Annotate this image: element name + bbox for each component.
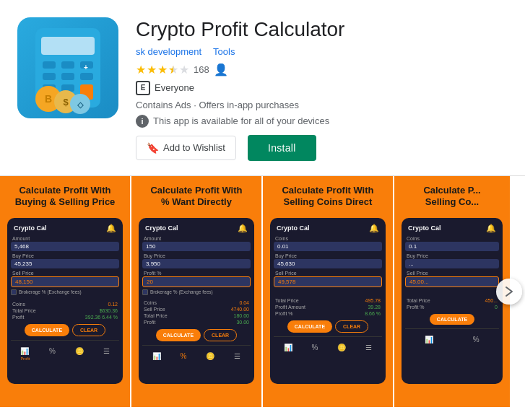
- devices-row: i This app is available for all of your …: [136, 115, 508, 128]
- screenshot-2-title: Calculate Profit With% Want Directly: [139, 185, 254, 211]
- app-logo-2: Crypto Cal: [145, 224, 178, 232]
- bell-icon-4: 🔔: [486, 224, 496, 233]
- result-4-profit: Profit % 0: [405, 305, 499, 310]
- phone-header-1: Crypto Cal 🔔: [11, 222, 119, 236]
- phone-mockup-2: Crypto Cal 🔔 Amount 150 Buy Price 3,950 …: [139, 218, 254, 384]
- result-2-total: Total Price 180.00: [142, 313, 251, 318]
- screenshots-section: Calculate Profit WithBuying & Selling Pr…: [0, 176, 525, 407]
- result-1-profit: Profit 392.36 6.44 %: [11, 315, 119, 320]
- svg-rect-5: [43, 73, 56, 80]
- calculate-btn-2[interactable]: CALCULATE: [156, 329, 201, 341]
- app-logo-4: Crypto Cal: [408, 224, 441, 232]
- btn-row-4: CALCULATE: [405, 314, 499, 325]
- screenshots-container: Calculate Profit WithBuying & Selling Pr…: [0, 176, 525, 407]
- phone-mockup-1: Crypto Cal 🔔 Amount 5,468 Buy Price 45,2…: [7, 218, 123, 384]
- field-2-3: Profit % 20: [142, 271, 251, 287]
- person-icon: 👤: [214, 63, 228, 76]
- field-2-2: Buy Price 3,950: [142, 253, 251, 268]
- star-2: ★: [147, 63, 157, 76]
- btn-row-3: CALCULATE CLEAR: [274, 320, 382, 333]
- result-3-total: Total Price 495.78: [274, 298, 382, 303]
- app-icon: + B $ ◇: [17, 17, 118, 118]
- screenshot-3: Calculate Profit WithSelling Coins Direc…: [263, 176, 394, 407]
- screenshots-wrapper: Calculate Profit WithBuying & Selling Pr…: [0, 176, 525, 407]
- field-4-2: Buy Price ...: [405, 253, 499, 268]
- result-3-profit-pct: Profit % 8.66 %: [274, 311, 382, 316]
- screenshot-4: Calculate P...Selling Co... Crypto Cal 🔔…: [394, 176, 510, 407]
- field-1-3: Sell Price 48,150: [11, 271, 119, 287]
- install-button[interactable]: Install: [248, 135, 316, 161]
- field-3-3: Sell Price 49,578: [274, 271, 382, 287]
- star-4: ★: [168, 63, 178, 76]
- app-meta-row: sk development Tools: [136, 46, 508, 57]
- phone-nav-1: 📊 Profit % 🪙 ☰: [11, 340, 119, 361]
- app-icon-wrapper: + B $ ◇: [17, 17, 118, 118]
- review-count: 168: [194, 64, 209, 75]
- bookmark-icon: 🔖: [147, 142, 159, 154]
- devices-text: This app is available for all of your de…: [153, 115, 329, 126]
- bell-icon-2: 🔔: [238, 224, 248, 233]
- screenshot-1-title: Calculate Profit WithBuying & Selling Pr…: [7, 185, 123, 211]
- svg-text:+: +: [84, 64, 88, 71]
- wishlist-button[interactable]: 🔖 Add to Wishlist: [136, 136, 236, 160]
- star-1: ★: [136, 63, 146, 76]
- phone-mockup-4: Crypto Cal 🔔 Coins 0.1 Buy Price ... Sel…: [402, 218, 503, 384]
- age-rating-row: E Everyone: [136, 81, 508, 95]
- clear-btn-1[interactable]: CLEAR: [72, 324, 105, 336]
- field-3-1: Coins 0.01: [274, 236, 382, 251]
- svg-rect-6: [61, 73, 74, 80]
- result-1-total: Total Price $630.36: [11, 308, 119, 313]
- phone-header-2: Crypto Cal 🔔: [142, 222, 251, 236]
- checkbox-2: Brokerage % (Exchange fees): [142, 289, 251, 295]
- screenshot-3-title: Calculate Profit WithSelling Coins Direc…: [270, 185, 386, 211]
- field-1-2: Buy Price 45,235: [11, 253, 119, 268]
- developer-link[interactable]: sk development: [136, 46, 201, 57]
- phone-header-3: Crypto Cal 🔔: [274, 222, 382, 236]
- phone-nav-4: 📊 %: [405, 328, 499, 345]
- svg-rect-1: [41, 37, 95, 55]
- svg-rect-7: [80, 73, 93, 80]
- category-link[interactable]: Tools: [213, 46, 235, 57]
- result-2-profit: Profit 30.00: [142, 320, 251, 325]
- result-1-coins: Coins 0.12: [11, 302, 119, 307]
- stars: ★ ★ ★ ★ ★: [136, 63, 189, 76]
- bell-icon-1: 🔔: [106, 224, 116, 233]
- star-5: ★: [179, 63, 189, 76]
- calculate-btn-1[interactable]: CALCULATE: [25, 324, 69, 336]
- svg-rect-2: [43, 61, 56, 69]
- field-1-1: Amount 5,468: [11, 236, 119, 251]
- result-2-sell: Sell Price 4740.00: [142, 307, 251, 312]
- svg-rect-3: [61, 61, 74, 69]
- checkbox-1: Brokerage % (Exchange fees): [11, 289, 119, 295]
- star-3: ★: [157, 63, 168, 76]
- app-logo-3: Crypto Cal: [277, 224, 310, 232]
- app-header: + B $ ◇ Crypto Profit Calculator sk deve…: [0, 0, 525, 176]
- age-text: Everyone: [155, 82, 194, 93]
- next-arrow-button[interactable]: [496, 279, 522, 305]
- rating-row: ★ ★ ★ ★ ★ 168 👤: [136, 63, 508, 76]
- bell-icon-3: 🔔: [369, 224, 379, 233]
- result-4-total: Total Price 450...: [405, 298, 499, 303]
- calculate-btn-4[interactable]: CALCULATE: [430, 314, 474, 325]
- action-row: 🔖 Add to Wishlist Install: [136, 135, 508, 161]
- ads-text: Contains Ads · Offers in-app purchases: [136, 100, 299, 110]
- clear-btn-2[interactable]: CLEAR: [204, 329, 237, 341]
- field-3-2: Buy Price 45,630: [274, 253, 382, 268]
- svg-text:B: B: [45, 93, 52, 105]
- btn-row-2: CALCULATE CLEAR: [142, 329, 251, 341]
- phone-mockup-3: Crypto Cal 🔔 Coins 0.01 Buy Price 45,630…: [270, 218, 386, 384]
- wishlist-label: Add to Wishlist: [163, 142, 225, 153]
- info-icon: i: [136, 115, 149, 128]
- clear-btn-3[interactable]: CLEAR: [335, 320, 368, 333]
- svg-text:◇: ◇: [77, 100, 84, 109]
- calculate-btn-3[interactable]: CALCULATE: [287, 320, 332, 333]
- screenshot-1: Calculate Profit WithBuying & Selling Pr…: [0, 176, 131, 407]
- btn-row-1: CALCULATE CLEAR: [11, 324, 119, 336]
- field-4-3: Sell Price 45,00...: [405, 271, 499, 287]
- phone-nav-3: 📊 % 🪙 ☰: [274, 336, 382, 353]
- screenshot-4-title: Calculate P...Selling Co...: [402, 185, 503, 211]
- result-2-coins: Coins 0.04: [142, 300, 251, 305]
- age-badge: E: [136, 81, 150, 95]
- svg-text:$: $: [63, 97, 69, 108]
- screenshot-2: Calculate Profit With% Want Directly Cry…: [131, 176, 263, 407]
